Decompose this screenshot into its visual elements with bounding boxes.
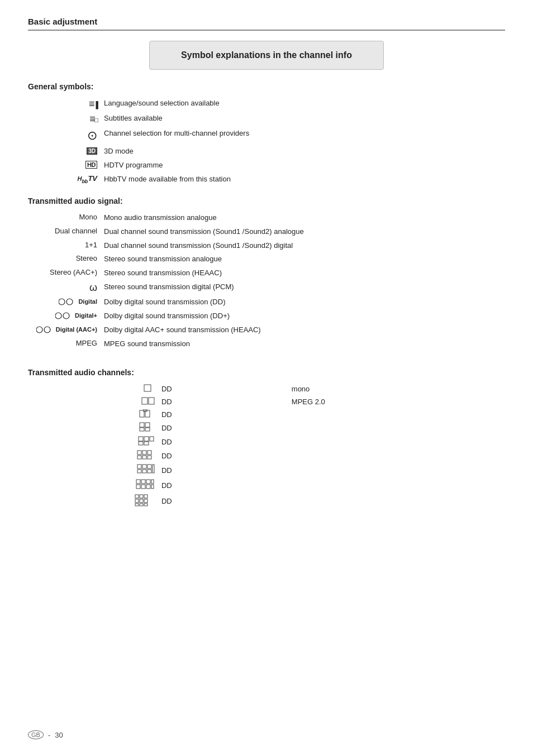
- audio-label-4: [288, 421, 505, 435]
- svg-rect-14: [145, 423, 150, 427]
- table-row: Mono Mono audio transmission analogue: [28, 211, 505, 225]
- footer-separator: -: [48, 731, 50, 739]
- audio-label-2: MPEG 2.0: [288, 395, 505, 408]
- svg-rect-45: [144, 495, 147, 498]
- svg-rect-26: [142, 456, 146, 459]
- page-footer: GB - 30: [28, 730, 505, 739]
- table-row: HD HDTV programme: [28, 159, 505, 173]
- table-row: ≡▐ Language/sound selection available: [28, 97, 505, 112]
- audio-channels-table: DD mono DD MPEG 2.0: [28, 382, 505, 509]
- symbol-hd: HD: [28, 159, 101, 173]
- table-row: Dual channel Dual channel sound transmis…: [28, 225, 505, 239]
- svg-rect-5: [44, 327, 50, 333]
- audio-signal-table: Mono Mono audio transmission analogue Du…: [28, 211, 505, 351]
- speaker-icon-3: [28, 408, 158, 421]
- table-row: DD: [28, 449, 505, 463]
- svg-rect-20: [144, 442, 149, 445]
- symbol-hbbtv: HbbTV: [28, 173, 101, 186]
- svg-rect-16: [145, 428, 150, 431]
- svg-rect-33: [147, 470, 151, 473]
- symbol-stereo: Stereo: [28, 252, 101, 266]
- desc-mono: Mono audio transmission analogue: [101, 211, 505, 225]
- desc-dd-digitalplus: Dolby digital sound transmission (DD+): [101, 309, 505, 323]
- svg-rect-32: [142, 470, 146, 473]
- table-row: 3D 3D mode: [28, 145, 505, 159]
- svg-rect-30: [147, 465, 151, 468]
- desc-dd-digitalaac: Dolby digital AAC+ sound transmission (H…: [101, 323, 505, 337]
- table-row: ω Stereo sound transmission digital (PCM…: [28, 280, 505, 295]
- dolby-ddaac-icon: [36, 326, 54, 334]
- speaker-icon-8: [28, 478, 158, 493]
- table-row: MPEG MPEG sound transmission: [28, 337, 505, 351]
- transmitted-audio-channels-section: Transmitted audio channels: DD mono: [28, 368, 505, 509]
- transmitted-audio-channels-heading: Transmitted audio channels:: [28, 368, 505, 377]
- table-row: DD MPEG 2.0: [28, 395, 505, 408]
- desc-stereo: Stereo sound transmission analogue: [101, 252, 505, 266]
- general-symbols-table: ≡▐ Language/sound selection available ≡□…: [28, 97, 505, 186]
- table-row: Stereo (AAC+) Stereo sound transmission …: [28, 266, 505, 280]
- svg-rect-23: [142, 451, 146, 454]
- dd-label-2: DD: [158, 395, 288, 408]
- table-row: DD: [28, 493, 505, 509]
- svg-rect-8: [149, 398, 154, 404]
- audio-label-5: [288, 435, 505, 449]
- svg-rect-50: [140, 504, 143, 506]
- general-symbols-heading: General symbols:: [28, 82, 505, 91]
- svg-rect-47: [140, 499, 143, 503]
- speaker-4ch-icon: [139, 422, 155, 432]
- transmitted-audio-signal-heading: Transmitted audio signal:: [28, 197, 505, 205]
- page-title: Basic adjustment: [28, 17, 97, 26]
- speaker-3ch-icon: [139, 409, 155, 418]
- desc-stereo-aac: Stereo sound transmission (HEAAC): [101, 266, 505, 280]
- speaker-5ch-icon: [138, 436, 155, 446]
- svg-rect-38: [136, 485, 140, 489]
- symbol-subtitles: ≡□: [28, 112, 101, 127]
- dd-label-8: DD: [158, 478, 288, 493]
- dolby-ddplus-icon: [55, 312, 73, 320]
- symbol-dd-digital: Digital: [28, 295, 101, 309]
- svg-rect-24: [147, 451, 151, 454]
- svg-rect-44: [140, 495, 143, 498]
- symbol-mono: Mono: [28, 211, 101, 225]
- svg-rect-15: [140, 428, 144, 431]
- symbol-mpeg: MPEG: [28, 337, 101, 351]
- svg-rect-0: [59, 299, 65, 305]
- dd-label-5: DD: [158, 435, 288, 449]
- audio-label-3: [288, 408, 505, 421]
- dd-label-6: DD: [158, 449, 288, 463]
- desc-hd: HDTV programme: [101, 159, 505, 173]
- dd-label-4: DD: [158, 421, 288, 435]
- speaker-icon-6: [28, 449, 158, 463]
- speaker-9ch-icon: [135, 494, 155, 506]
- svg-rect-51: [144, 504, 147, 506]
- symbol-1plus1: 1+1: [28, 239, 101, 253]
- svg-rect-46: [135, 499, 139, 503]
- speaker-icon-7: [28, 463, 158, 478]
- svg-rect-35: [136, 480, 140, 484]
- svg-rect-3: [63, 313, 69, 319]
- svg-rect-43: [135, 495, 139, 498]
- table-row: ⊙ Channel selection for multi-channel pr…: [28, 127, 505, 145]
- speaker-icon-5: [28, 435, 158, 449]
- audio-label-1: mono: [288, 382, 505, 395]
- svg-rect-13: [140, 423, 144, 427]
- svg-rect-27: [147, 456, 151, 459]
- symbol-dual: Dual channel: [28, 225, 101, 239]
- symbol-pcm: ω: [28, 280, 101, 295]
- svg-rect-36: [141, 480, 145, 484]
- svg-rect-7: [142, 398, 147, 404]
- svg-rect-17: [139, 437, 143, 441]
- desc-3d: 3D mode: [101, 145, 505, 159]
- dolby-dd-icon: [59, 298, 77, 306]
- page-header: Basic adjustment: [28, 17, 505, 31]
- svg-rect-22: [137, 451, 141, 454]
- svg-rect-31: [137, 470, 141, 473]
- transmitted-audio-signal-section: Transmitted audio signal: Mono Mono audi…: [28, 197, 505, 351]
- table-row: 1+1 Dual channel sound transmission (Sou…: [28, 239, 505, 253]
- desc-channel-sel: Channel selection for multi-channel prov…: [101, 127, 505, 145]
- svg-rect-42: [151, 485, 154, 489]
- table-row: DD: [28, 408, 505, 421]
- dd-label-3: DD: [158, 408, 288, 421]
- footer-page-number: 30: [55, 731, 63, 739]
- audio-label-9: [288, 493, 505, 509]
